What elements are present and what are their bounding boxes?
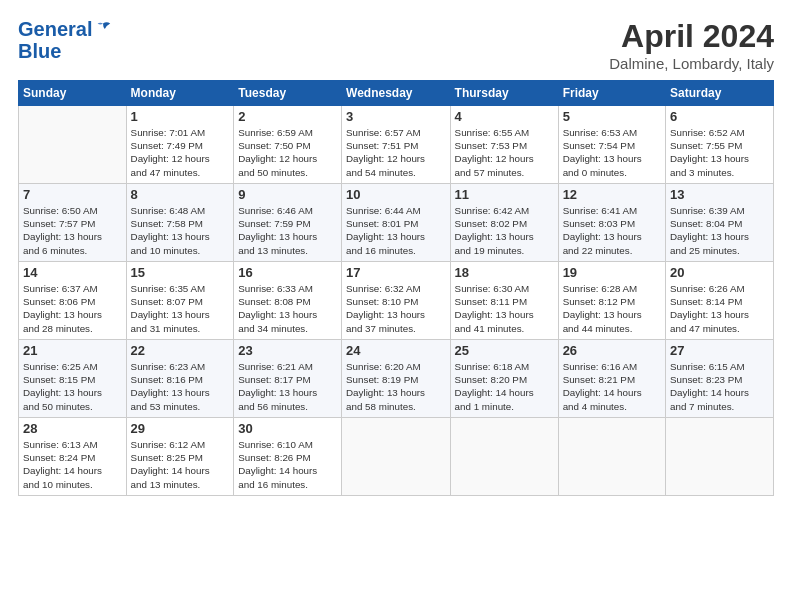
day-number: 6 [670,109,769,124]
cell-content: Sunrise: 6:21 AM Sunset: 8:17 PM Dayligh… [238,360,337,413]
calendar-cell [558,418,665,496]
calendar-week-row: 7Sunrise: 6:50 AM Sunset: 7:57 PM Daylig… [19,184,774,262]
day-number: 9 [238,187,337,202]
cell-content: Sunrise: 6:39 AM Sunset: 8:04 PM Dayligh… [670,204,769,257]
cell-content: Sunrise: 6:35 AM Sunset: 8:07 PM Dayligh… [131,282,230,335]
day-number: 23 [238,343,337,358]
cell-content: Sunrise: 6:25 AM Sunset: 8:15 PM Dayligh… [23,360,122,413]
col-monday: Monday [126,81,234,106]
cell-content: Sunrise: 6:32 AM Sunset: 8:10 PM Dayligh… [346,282,446,335]
cell-content: Sunrise: 6:44 AM Sunset: 8:01 PM Dayligh… [346,204,446,257]
calendar-cell: 17Sunrise: 6:32 AM Sunset: 8:10 PM Dayli… [342,262,451,340]
location: Dalmine, Lombardy, Italy [609,55,774,72]
calendar-cell: 21Sunrise: 6:25 AM Sunset: 8:15 PM Dayli… [19,340,127,418]
day-number: 10 [346,187,446,202]
cell-content: Sunrise: 6:26 AM Sunset: 8:14 PM Dayligh… [670,282,769,335]
calendar-cell: 7Sunrise: 6:50 AM Sunset: 7:57 PM Daylig… [19,184,127,262]
cell-content: Sunrise: 6:18 AM Sunset: 8:20 PM Dayligh… [455,360,554,413]
calendar-cell: 13Sunrise: 6:39 AM Sunset: 8:04 PM Dayli… [666,184,774,262]
calendar-table: Sunday Monday Tuesday Wednesday Thursday… [18,80,774,496]
month-title: April 2024 [609,18,774,55]
calendar-cell: 4Sunrise: 6:55 AM Sunset: 7:53 PM Daylig… [450,106,558,184]
cell-content: Sunrise: 6:20 AM Sunset: 8:19 PM Dayligh… [346,360,446,413]
cell-content: Sunrise: 6:41 AM Sunset: 8:03 PM Dayligh… [563,204,661,257]
calendar-week-row: 28Sunrise: 6:13 AM Sunset: 8:24 PM Dayli… [19,418,774,496]
cell-content: Sunrise: 6:16 AM Sunset: 8:21 PM Dayligh… [563,360,661,413]
cell-content: Sunrise: 6:57 AM Sunset: 7:51 PM Dayligh… [346,126,446,179]
cell-content: Sunrise: 6:23 AM Sunset: 8:16 PM Dayligh… [131,360,230,413]
calendar-cell: 11Sunrise: 6:42 AM Sunset: 8:02 PM Dayli… [450,184,558,262]
calendar-week-row: 1Sunrise: 7:01 AM Sunset: 7:49 PM Daylig… [19,106,774,184]
cell-content: Sunrise: 6:12 AM Sunset: 8:25 PM Dayligh… [131,438,230,491]
calendar-cell: 14Sunrise: 6:37 AM Sunset: 8:06 PM Dayli… [19,262,127,340]
calendar-cell: 6Sunrise: 6:52 AM Sunset: 7:55 PM Daylig… [666,106,774,184]
day-number: 1 [131,109,230,124]
calendar-cell: 15Sunrise: 6:35 AM Sunset: 8:07 PM Dayli… [126,262,234,340]
calendar-cell: 29Sunrise: 6:12 AM Sunset: 8:25 PM Dayli… [126,418,234,496]
calendar-cell: 2Sunrise: 6:59 AM Sunset: 7:50 PM Daylig… [234,106,342,184]
calendar-cell [666,418,774,496]
cell-content: Sunrise: 6:48 AM Sunset: 7:58 PM Dayligh… [131,204,230,257]
calendar-cell: 23Sunrise: 6:21 AM Sunset: 8:17 PM Dayli… [234,340,342,418]
calendar-header-row: Sunday Monday Tuesday Wednesday Thursday… [19,81,774,106]
day-number: 30 [238,421,337,436]
day-number: 15 [131,265,230,280]
cell-content: Sunrise: 6:55 AM Sunset: 7:53 PM Dayligh… [455,126,554,179]
calendar-cell: 22Sunrise: 6:23 AM Sunset: 8:16 PM Dayli… [126,340,234,418]
header: General Blue April 2024 Dalmine, Lombard… [18,18,774,72]
col-sunday: Sunday [19,81,127,106]
day-number: 24 [346,343,446,358]
calendar-cell: 27Sunrise: 6:15 AM Sunset: 8:23 PM Dayli… [666,340,774,418]
calendar-cell: 12Sunrise: 6:41 AM Sunset: 8:03 PM Dayli… [558,184,665,262]
col-thursday: Thursday [450,81,558,106]
cell-content: Sunrise: 7:01 AM Sunset: 7:49 PM Dayligh… [131,126,230,179]
cell-content: Sunrise: 6:52 AM Sunset: 7:55 PM Dayligh… [670,126,769,179]
day-number: 12 [563,187,661,202]
calendar-cell: 8Sunrise: 6:48 AM Sunset: 7:58 PM Daylig… [126,184,234,262]
calendar-week-row: 21Sunrise: 6:25 AM Sunset: 8:15 PM Dayli… [19,340,774,418]
calendar-week-row: 14Sunrise: 6:37 AM Sunset: 8:06 PM Dayli… [19,262,774,340]
day-number: 7 [23,187,122,202]
calendar-cell: 28Sunrise: 6:13 AM Sunset: 8:24 PM Dayli… [19,418,127,496]
calendar-cell: 26Sunrise: 6:16 AM Sunset: 8:21 PM Dayli… [558,340,665,418]
calendar-cell: 19Sunrise: 6:28 AM Sunset: 8:12 PM Dayli… [558,262,665,340]
day-number: 27 [670,343,769,358]
day-number: 4 [455,109,554,124]
logo-text: General [18,18,92,40]
calendar-cell: 24Sunrise: 6:20 AM Sunset: 8:19 PM Dayli… [342,340,451,418]
cell-content: Sunrise: 6:15 AM Sunset: 8:23 PM Dayligh… [670,360,769,413]
cell-content: Sunrise: 6:50 AM Sunset: 7:57 PM Dayligh… [23,204,122,257]
day-number: 13 [670,187,769,202]
page: General Blue April 2024 Dalmine, Lombard… [0,0,792,612]
col-friday: Friday [558,81,665,106]
day-number: 21 [23,343,122,358]
logo: General Blue [18,18,112,62]
cell-content: Sunrise: 6:46 AM Sunset: 7:59 PM Dayligh… [238,204,337,257]
calendar-cell: 5Sunrise: 6:53 AM Sunset: 7:54 PM Daylig… [558,106,665,184]
col-wednesday: Wednesday [342,81,451,106]
day-number: 5 [563,109,661,124]
calendar-cell: 20Sunrise: 6:26 AM Sunset: 8:14 PM Dayli… [666,262,774,340]
cell-content: Sunrise: 6:59 AM Sunset: 7:50 PM Dayligh… [238,126,337,179]
day-number: 18 [455,265,554,280]
cell-content: Sunrise: 6:30 AM Sunset: 8:11 PM Dayligh… [455,282,554,335]
cell-content: Sunrise: 6:13 AM Sunset: 8:24 PM Dayligh… [23,438,122,491]
calendar-cell: 25Sunrise: 6:18 AM Sunset: 8:20 PM Dayli… [450,340,558,418]
calendar-cell: 9Sunrise: 6:46 AM Sunset: 7:59 PM Daylig… [234,184,342,262]
cell-content: Sunrise: 6:10 AM Sunset: 8:26 PM Dayligh… [238,438,337,491]
day-number: 2 [238,109,337,124]
cell-content: Sunrise: 6:37 AM Sunset: 8:06 PM Dayligh… [23,282,122,335]
day-number: 19 [563,265,661,280]
cell-content: Sunrise: 6:33 AM Sunset: 8:08 PM Dayligh… [238,282,337,335]
calendar-cell: 3Sunrise: 6:57 AM Sunset: 7:51 PM Daylig… [342,106,451,184]
calendar-cell [450,418,558,496]
day-number: 26 [563,343,661,358]
day-number: 3 [346,109,446,124]
day-number: 25 [455,343,554,358]
day-number: 28 [23,421,122,436]
day-number: 8 [131,187,230,202]
day-number: 22 [131,343,230,358]
col-saturday: Saturday [666,81,774,106]
logo-bird-icon [94,20,112,38]
title-block: April 2024 Dalmine, Lombardy, Italy [609,18,774,72]
